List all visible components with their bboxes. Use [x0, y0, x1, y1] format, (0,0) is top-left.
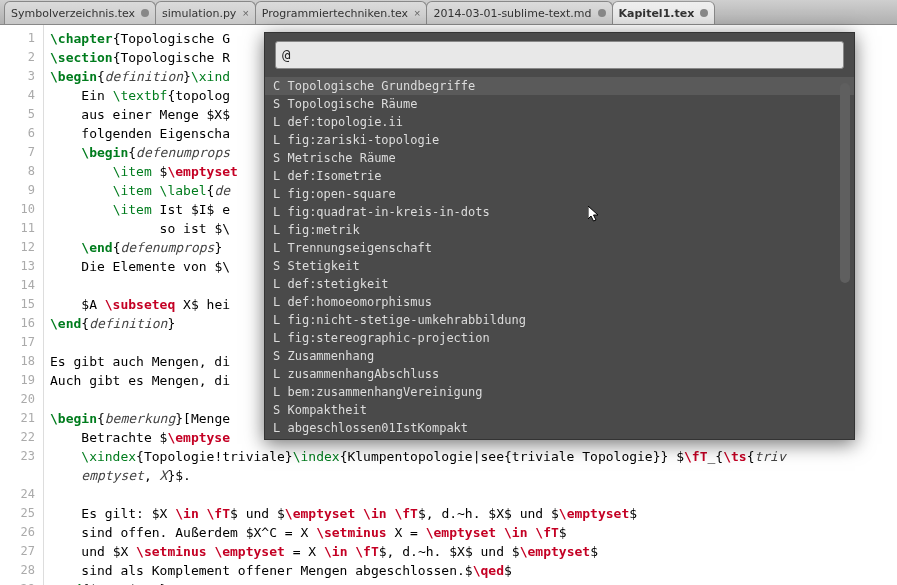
- goto-item[interactable]: L bem:zusammenhangVereinigung: [265, 383, 854, 401]
- goto-item[interactable]: S Kompaktheit: [265, 401, 854, 419]
- goto-item[interactable]: L fig:nicht-stetige-umkehrabbildung: [265, 311, 854, 329]
- line-number: 22: [0, 428, 43, 447]
- goto-item-prefix: L: [273, 169, 287, 183]
- goto-item-label: fig:metrik: [287, 223, 359, 237]
- goto-item-label: Trennungseigenschaft: [287, 241, 432, 255]
- goto-item-prefix: L: [273, 133, 287, 147]
- goto-item-label: fig:zariski-topologie: [287, 133, 439, 147]
- goto-item-prefix: L: [273, 223, 287, 237]
- goto-item-prefix: S: [273, 97, 287, 111]
- tab-1[interactable]: simulation.py×: [155, 1, 256, 24]
- goto-item[interactable]: L fig:metrik: [265, 221, 854, 239]
- goto-item-label: Metrische Räume: [287, 151, 395, 165]
- line-number: 14: [0, 276, 43, 295]
- goto-item-label: abgeschlossen01IstKompakt: [287, 421, 468, 435]
- goto-item-prefix: L: [273, 313, 287, 327]
- goto-symbol-list: C Topologische GrundbegriffeS Topologisc…: [265, 77, 854, 439]
- goto-symbol-popup: C Topologische GrundbegriffeS Topologisc…: [264, 32, 855, 440]
- tab-bar: Symbolverzeichnis.texsimulation.py×Progr…: [0, 0, 897, 25]
- goto-item-label: def:topologie.ii: [287, 115, 403, 129]
- goto-item[interactable]: L fig:quadrat-in-kreis-in-dots: [265, 203, 854, 221]
- popup-scrollbar[interactable]: [840, 83, 850, 283]
- goto-item-prefix: L: [273, 277, 287, 291]
- code-line[interactable]: sind offen. Außerdem $X^C = X \setminus …: [50, 523, 897, 542]
- tab-2[interactable]: Programmiertechniken.tex×: [255, 1, 428, 24]
- code-line[interactable]: [50, 485, 897, 504]
- goto-item[interactable]: L def:topologie.ii: [265, 113, 854, 131]
- goto-item[interactable]: L zusammenhangAbschluss: [265, 365, 854, 383]
- goto-item[interactable]: L fig:stereographic-projection: [265, 329, 854, 347]
- line-number: 7: [0, 143, 43, 162]
- goto-item[interactable]: L abgeschlossen01IstKompakt: [265, 419, 854, 437]
- tab-label: Symbolverzeichnis.tex: [11, 2, 135, 25]
- tab-label: Programmiertechniken.tex: [262, 2, 408, 25]
- goto-symbol-input[interactable]: [275, 41, 844, 69]
- goto-item-prefix: S: [273, 349, 287, 363]
- close-icon[interactable]: ×: [414, 2, 420, 25]
- goto-item-label: Topologische Räume: [287, 97, 417, 111]
- line-number: 23: [0, 447, 43, 466]
- goto-item[interactable]: S Zusammenhang: [265, 347, 854, 365]
- goto-item[interactable]: S Stetigkeit: [265, 257, 854, 275]
- code-line[interactable]: emptyset, X}$.: [50, 466, 897, 485]
- line-number: 19: [0, 371, 43, 390]
- code-line[interactable]: \xindex{Topologie!triviale}\index{Klumpe…: [50, 447, 897, 466]
- goto-item-prefix: L: [273, 295, 287, 309]
- line-number: 10: [0, 200, 43, 219]
- tab-4[interactable]: Kapitel1.tex: [612, 1, 716, 24]
- close-icon[interactable]: ×: [242, 2, 248, 25]
- tab-0[interactable]: Symbolverzeichnis.tex: [4, 1, 156, 24]
- goto-item[interactable]: L Trennungseigenschaft: [265, 239, 854, 257]
- goto-item-label: def:stetigkeit: [287, 277, 388, 291]
- code-line[interactable]: Es gilt: $X \in \fT$ und $\emptyset \in …: [50, 504, 897, 523]
- goto-item[interactable]: L fig:open-square: [265, 185, 854, 203]
- goto-item-label: Stetigkeit: [287, 259, 359, 273]
- tab-label: Kapitel1.tex: [619, 2, 695, 25]
- goto-item-prefix: C: [273, 79, 287, 93]
- line-number: 9: [0, 181, 43, 200]
- dirty-dot-icon: [598, 9, 606, 17]
- code-line[interactable]: sind als Komplement offener Mengen abges…: [50, 561, 897, 580]
- goto-item-label: Topologische Grundbegriffe: [287, 79, 475, 93]
- line-number: 11: [0, 219, 43, 238]
- goto-item-prefix: L: [273, 367, 287, 381]
- line-number: 2: [0, 48, 43, 67]
- goto-item-prefix: L: [273, 187, 287, 201]
- goto-item-label: Kompaktheit: [287, 403, 366, 417]
- line-number: 16: [0, 314, 43, 333]
- code-line[interactable]: \end{bemerkung}: [50, 580, 897, 585]
- goto-item[interactable]: L def:homoeomorphismus: [265, 293, 854, 311]
- goto-item-prefix: L: [273, 205, 287, 219]
- goto-item-label: zusammenhangAbschluss: [287, 367, 439, 381]
- goto-item-prefix: S: [273, 259, 287, 273]
- goto-item[interactable]: L fig:zariski-topologie: [265, 131, 854, 149]
- line-number: 5: [0, 105, 43, 124]
- line-number: 21: [0, 409, 43, 428]
- line-number: 26: [0, 523, 43, 542]
- goto-item-prefix: L: [273, 241, 287, 255]
- line-number: 18: [0, 352, 43, 371]
- goto-item-prefix: S: [273, 151, 287, 165]
- goto-item[interactable]: S Metrische Räume: [265, 149, 854, 167]
- line-number: [0, 466, 43, 485]
- goto-item[interactable]: S Topologische Räume: [265, 95, 854, 113]
- goto-item[interactable]: L def:Isometrie: [265, 167, 854, 185]
- goto-item-label: fig:open-square: [287, 187, 395, 201]
- goto-item-label: Zusammenhang: [287, 349, 374, 363]
- line-number: 17: [0, 333, 43, 352]
- tab-label: simulation.py: [162, 2, 236, 25]
- goto-item-label: def:Isometrie: [287, 169, 381, 183]
- line-number: 13: [0, 257, 43, 276]
- goto-item[interactable]: L def:stetigkeit: [265, 275, 854, 293]
- line-number: 28: [0, 561, 43, 580]
- tab-3[interactable]: 2014-03-01-sublime-text.md: [426, 1, 612, 24]
- line-number: 27: [0, 542, 43, 561]
- line-number-gutter: 1234567891011121314151617181920212223242…: [0, 25, 44, 585]
- line-number: 24: [0, 485, 43, 504]
- goto-item[interactable]: C Topologische Grundbegriffe: [265, 77, 854, 95]
- goto-item-label: fig:stereographic-projection: [287, 331, 489, 345]
- code-line[interactable]: und $X \setminus \emptyset = X \in \fT$,…: [50, 542, 897, 561]
- line-number: 6: [0, 124, 43, 143]
- line-number: 15: [0, 295, 43, 314]
- dirty-dot-icon: [141, 9, 149, 17]
